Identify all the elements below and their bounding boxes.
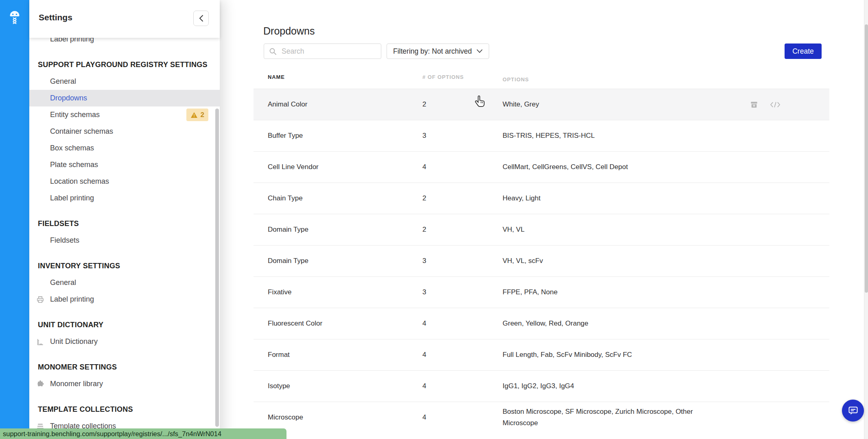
benchling-jellyfish-icon[interactable] [6, 7, 24, 27]
cell-name: Animal Color [254, 100, 422, 109]
window-scrollbar[interactable] [864, 0, 868, 439]
sidebar-item-label: Fieldsets [50, 236, 79, 245]
cell-option-count: 3 [422, 257, 503, 265]
sidebar-section-support-playground-registry-settings: SUPPORT PLAYGROUND REGISTRY SETTINGS [29, 57, 220, 73]
column-header-name: NAME [254, 74, 422, 89]
cell-options: VH, VL, scFv [503, 255, 694, 267]
sidebar-section-inventory-settings: INVENTORY SETTINGS [29, 258, 220, 274]
table-row[interactable]: Fixative3FFPE, PFA, None [254, 276, 829, 308]
warning-count: 2 [201, 111, 204, 119]
sidebar-item-label-printing[interactable]: Label printing [29, 291, 220, 308]
sidebar-item-label: Entity schemas [50, 111, 100, 119]
search-icon [269, 48, 277, 55]
cell-option-count: 2 [422, 226, 503, 234]
sidebar-item-label: Location schemas [50, 177, 109, 186]
chat-bubble-icon [848, 405, 859, 416]
table-row[interactable]: Isotype4IgG1, IgG2, IgG3, IgG4 [254, 370, 829, 402]
sidebar-item-label: Container schemas [50, 127, 113, 136]
cell-name: Isotype [254, 382, 422, 390]
sidebar-item-label: General [50, 278, 76, 287]
cell-options: Full Length, Fab, ScFv Minibody, ScFv FC [503, 349, 694, 361]
sidebar-section-fieldsets: FIELDSETS [29, 215, 220, 232]
table-row[interactable]: Chain Type2Heavy, Light [254, 183, 829, 214]
sidebar-item-plate-schemas[interactable]: Plate schemas [29, 156, 220, 173]
sidebar-item-location-schemas[interactable]: Location schemas [29, 173, 220, 190]
cell-name: Fluorescent Color [254, 319, 422, 328]
code-icon[interactable] [770, 102, 781, 108]
cell-option-count: 2 [422, 194, 503, 202]
sidebar-item-entity-schemas[interactable]: Entity schemas2 [29, 106, 220, 123]
table-row[interactable]: Domain Type3VH, VL, scFv [254, 245, 829, 276]
cell-name: Cell Line Vendor [254, 163, 422, 171]
sidebar-item-general[interactable]: General [29, 73, 220, 90]
filter-dropdown[interactable]: Filtering by: Not archived [387, 43, 489, 59]
cell-name: Domain Type [254, 257, 422, 265]
cell-option-count: 4 [422, 382, 503, 390]
table-row[interactable]: Microscope4Boston Microscope, SF Microsc… [254, 402, 829, 433]
sidebar-item-label: Label printing [50, 194, 94, 202]
sidebar-item-monomer-library[interactable]: Monomer library [29, 376, 220, 392]
back-button[interactable] [193, 11, 209, 26]
table-row[interactable]: Animal Color2White, Grey [254, 89, 829, 120]
cell-name: Chain Type [254, 194, 422, 202]
sidebar-item-general[interactable]: General [29, 274, 220, 291]
sidebar-section-monomer-settings: MONOMER SETTINGS [29, 359, 220, 376]
sidebar-item-label: Label printing [50, 38, 94, 43]
archive-icon[interactable] [750, 101, 758, 109]
cell-option-count: 3 [422, 288, 503, 296]
cell-name: Format [254, 351, 422, 359]
cell-options: Boston Microscope, SF Microscope, Zurich… [503, 406, 694, 429]
table-row[interactable]: Format4Full Length, Fab, ScFv Minibody, … [254, 339, 829, 370]
sidebar-section-template-collections: TEMPLATE COLLECTIONS [29, 401, 220, 418]
search-box [264, 43, 381, 59]
sidebar-item-label: Label printing [50, 295, 94, 304]
cell-name: Domain Type [254, 226, 422, 234]
cell-option-count: 4 [422, 351, 503, 359]
sidebar-item-fieldsets[interactable]: Fieldsets [29, 232, 220, 249]
status-bar-url: support-training.benchling.com/supportpl… [3, 430, 221, 438]
cell-options: Heavy, Light [503, 193, 694, 204]
cell-options: Green, Yellow, Red, Orange [503, 318, 694, 329]
table-row[interactable]: Fluorescent Color4Green, Yellow, Red, Or… [254, 308, 829, 339]
settings-panel: Label printingSUPPORT PLAYGROUND REGISTR… [29, 0, 220, 439]
printer-icon [36, 295, 44, 304]
sidebar-item-label-printing[interactable]: Label printing [29, 38, 220, 48]
cell-options: FFPE, PFA, None [503, 287, 694, 298]
status-bar: support-training.benchling.com/supportpl… [0, 428, 286, 439]
table-row[interactable]: Cell Line Vendor4CellMart, CellGreens, C… [254, 151, 829, 183]
table-row[interactable]: Buffer Type3BIS-TRIS, HEPES, TRIS-HCL [254, 120, 829, 151]
sidebar-item-label-printing[interactable]: Label printing [29, 190, 220, 206]
sidebar-item-unit-dictionary[interactable]: Unit Dictionary [29, 333, 220, 350]
sidebar-section-unit-dictionary: UNIT DICTIONARY [29, 317, 220, 333]
warning-badge: 2 [186, 109, 208, 121]
page-title: Dropdowns [263, 25, 315, 37]
table-row[interactable]: Domain Type2VH, VL [254, 214, 829, 245]
sidebar-item-box-schemas[interactable]: Box schemas [29, 140, 220, 156]
cell-name: Fixative [254, 288, 422, 296]
table-header-row: NAME# OF OPTIONSOPTIONS [254, 71, 829, 89]
create-button[interactable]: Create [785, 43, 822, 59]
cell-option-count: 2 [422, 100, 503, 109]
sidebar-item-dropdowns[interactable]: Dropdowns [29, 90, 220, 106]
cell-name: Buffer Type [254, 132, 422, 140]
sidebar-item-container-schemas[interactable]: Container schemas [29, 123, 220, 140]
sidebar-item-label: Unit Dictionary [50, 337, 98, 346]
settings-nav-list: Label printingSUPPORT PLAYGROUND REGISTR… [29, 38, 220, 439]
main-content: Dropdowns Filtering by: Not archived Cre… [220, 0, 868, 439]
chevron-left-icon [199, 15, 203, 22]
window-scrollbar-thumb[interactable] [865, 24, 868, 293]
cell-options: BIS-TRIS, HEPES, TRIS-HCL [503, 130, 694, 141]
settings-title: Settings [39, 13, 72, 22]
cell-options: VH, VL [503, 224, 694, 235]
app-rail [0, 0, 29, 439]
sidebar-item-label: Box schemas [50, 144, 94, 152]
puzzle-icon [36, 380, 44, 388]
row-actions [750, 101, 829, 109]
cell-options: IgG1, IgG2, IgG3, IgG4 [503, 380, 694, 392]
warning-icon [190, 112, 198, 118]
sidebar-item-label: Plate schemas [50, 161, 98, 169]
search-input[interactable] [281, 47, 376, 56]
sidebar-scrollbar[interactable] [215, 109, 219, 427]
filter-label: Filtering by: Not archived [393, 47, 472, 56]
chat-button[interactable] [842, 400, 864, 422]
